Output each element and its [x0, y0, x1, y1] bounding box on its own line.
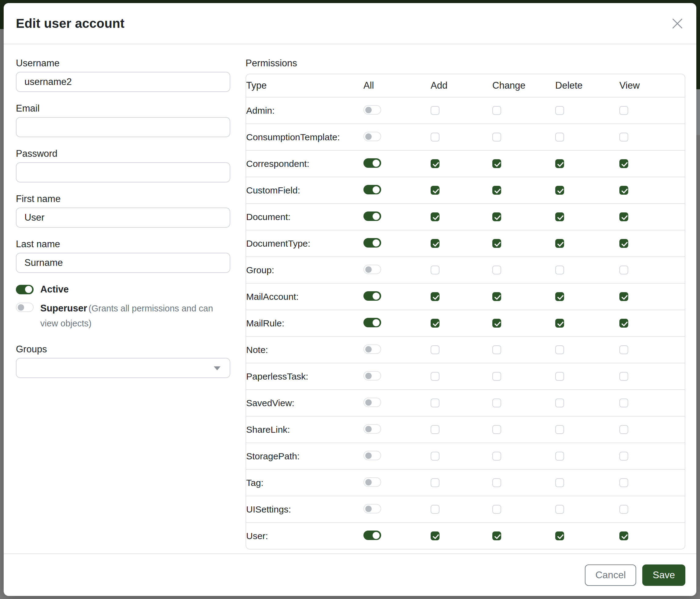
permission-delete-checkbox[interactable]	[555, 133, 564, 142]
permission-change-checkbox[interactable]	[492, 292, 501, 301]
permission-all-toggle[interactable]	[364, 212, 381, 221]
permission-add-checkbox[interactable]	[431, 345, 440, 354]
first-name-field[interactable]	[16, 208, 230, 228]
permission-add-checkbox[interactable]	[431, 159, 440, 168]
permission-delete-checkbox[interactable]	[555, 531, 564, 540]
permission-delete-checkbox[interactable]	[555, 186, 564, 195]
permission-delete-checkbox[interactable]	[555, 212, 564, 221]
permission-add-checkbox[interactable]	[431, 239, 440, 248]
last-name-field[interactable]	[16, 253, 230, 273]
permission-add-checkbox[interactable]	[431, 399, 440, 407]
permission-change-checkbox[interactable]	[492, 239, 501, 248]
permission-add-checkbox[interactable]	[431, 478, 440, 487]
permission-delete-checkbox[interactable]	[555, 345, 564, 354]
permission-view-checkbox[interactable]	[619, 399, 628, 407]
permission-all-toggle[interactable]	[364, 265, 381, 274]
permission-view-checkbox[interactable]	[619, 425, 628, 434]
permission-add-checkbox[interactable]	[431, 106, 440, 115]
permission-change-checkbox[interactable]	[492, 159, 501, 168]
permission-all-toggle[interactable]	[364, 185, 381, 194]
permission-add-checkbox[interactable]	[431, 531, 440, 540]
permission-change-checkbox[interactable]	[492, 345, 501, 354]
permission-change-checkbox[interactable]	[492, 372, 501, 381]
permission-view-checkbox[interactable]	[619, 159, 628, 168]
permission-add-checkbox[interactable]	[431, 452, 440, 460]
password-field[interactable]	[16, 162, 230, 183]
permission-add-checkbox[interactable]	[431, 266, 440, 274]
permission-view-checkbox[interactable]	[619, 345, 628, 354]
page-scrollbar-thumb[interactable]	[696, 89, 700, 135]
permission-view-checkbox[interactable]	[619, 212, 628, 221]
permission-change-checkbox[interactable]	[492, 106, 501, 115]
permission-change-checkbox[interactable]	[492, 186, 501, 195]
permission-all-toggle[interactable]	[364, 451, 381, 460]
permission-delete-checkbox[interactable]	[555, 319, 564, 328]
permission-view-checkbox[interactable]	[619, 372, 628, 381]
permission-view-checkbox[interactable]	[619, 319, 628, 328]
permission-all-toggle[interactable]	[364, 291, 381, 301]
permission-change-checkbox[interactable]	[492, 266, 501, 274]
permission-view-checkbox[interactable]	[619, 133, 628, 142]
permission-delete-checkbox[interactable]	[555, 452, 564, 460]
permission-all-toggle[interactable]	[364, 530, 381, 540]
permission-view-checkbox[interactable]	[619, 239, 628, 248]
permission-delete-checkbox[interactable]	[555, 425, 564, 434]
superuser-toggle[interactable]	[16, 303, 33, 312]
permission-delete-checkbox[interactable]	[555, 292, 564, 301]
permission-all-toggle[interactable]	[364, 344, 381, 354]
permission-all-toggle[interactable]	[364, 371, 381, 381]
permission-add-checkbox[interactable]	[431, 186, 440, 195]
permission-change-checkbox[interactable]	[492, 133, 501, 142]
permission-delete-checkbox[interactable]	[555, 159, 564, 168]
permission-all-toggle[interactable]	[364, 424, 381, 434]
permission-add-checkbox[interactable]	[431, 505, 440, 514]
permission-add-checkbox[interactable]	[431, 292, 440, 301]
permission-change-checkbox[interactable]	[492, 531, 501, 540]
active-toggle[interactable]	[16, 285, 33, 294]
permission-all-toggle[interactable]	[364, 132, 381, 141]
permission-add-checkbox[interactable]	[431, 372, 440, 381]
permission-add-checkbox[interactable]	[431, 319, 440, 328]
permission-delete-checkbox[interactable]	[555, 106, 564, 115]
groups-select[interactable]	[16, 358, 230, 378]
permission-change-checkbox[interactable]	[492, 319, 501, 328]
permission-view-checkbox[interactable]	[619, 266, 628, 274]
permission-type-label: Document:	[246, 203, 364, 230]
username-input[interactable]	[16, 72, 230, 92]
permission-view-checkbox[interactable]	[619, 106, 628, 115]
permission-view-checkbox[interactable]	[619, 531, 628, 540]
permission-change-checkbox[interactable]	[492, 399, 501, 407]
close-icon[interactable]	[671, 17, 684, 30]
permission-add-checkbox[interactable]	[431, 133, 440, 142]
permission-all-toggle[interactable]	[364, 105, 381, 115]
permission-change-checkbox[interactable]	[492, 425, 501, 434]
permission-change-checkbox[interactable]	[492, 505, 501, 514]
permission-delete-checkbox[interactable]	[555, 239, 564, 248]
cancel-button[interactable]: Cancel	[585, 565, 636, 586]
permission-all-toggle[interactable]	[364, 398, 381, 407]
permission-delete-checkbox[interactable]	[555, 372, 564, 381]
permission-all-toggle[interactable]	[364, 318, 381, 327]
email-group: Email	[16, 102, 230, 137]
save-button[interactable]: Save	[642, 565, 685, 586]
permission-delete-checkbox[interactable]	[555, 266, 564, 274]
permission-delete-checkbox[interactable]	[555, 399, 564, 407]
permission-all-toggle[interactable]	[364, 238, 381, 247]
permission-change-checkbox[interactable]	[492, 478, 501, 487]
permission-change-checkbox[interactable]	[492, 212, 501, 221]
permission-view-checkbox[interactable]	[619, 478, 628, 487]
permission-delete-checkbox[interactable]	[555, 505, 564, 514]
permission-change-checkbox[interactable]	[492, 452, 501, 460]
email-field[interactable]	[16, 117, 230, 137]
permission-all-toggle[interactable]	[364, 477, 381, 487]
permission-view-checkbox[interactable]	[619, 452, 628, 460]
permission-view-checkbox[interactable]	[619, 505, 628, 514]
table-row: SavedView:	[246, 390, 685, 416]
permission-all-toggle[interactable]	[364, 158, 381, 168]
permission-delete-checkbox[interactable]	[555, 478, 564, 487]
permission-view-checkbox[interactable]	[619, 292, 628, 301]
permission-view-checkbox[interactable]	[619, 186, 628, 195]
permission-add-checkbox[interactable]	[431, 425, 440, 434]
permission-add-checkbox[interactable]	[431, 212, 440, 221]
permission-all-toggle[interactable]	[364, 504, 381, 513]
